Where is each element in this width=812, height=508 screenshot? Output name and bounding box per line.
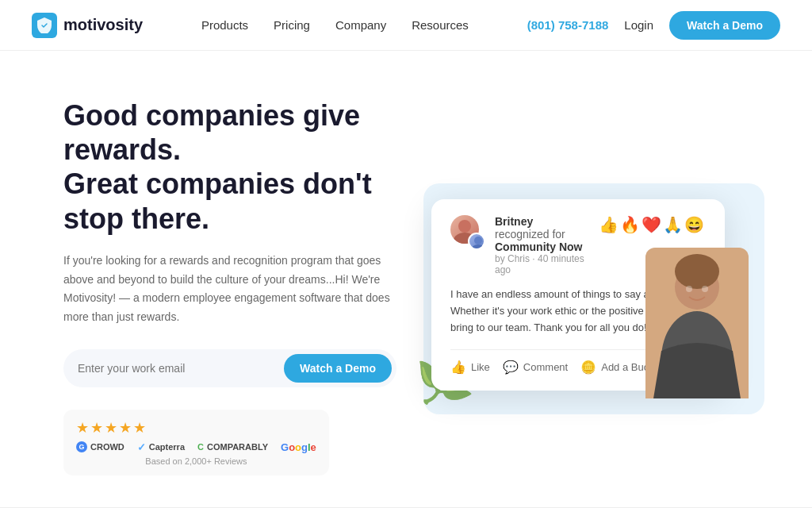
svg-point-0 — [458, 220, 471, 233]
ratings-section: ★★★★★ G CROWD ✓ Capterra C COMPARABLY Go… — [63, 410, 329, 475]
buck-icon: 🪙 — [580, 360, 596, 375]
g2crowd-logo: G CROWD — [76, 441, 124, 452]
g2-icon: G — [76, 441, 87, 452]
email-input[interactable] — [78, 362, 278, 375]
like-action[interactable]: 👍 Like — [450, 360, 490, 375]
nav-links: Products Pricing Company Resources — [201, 18, 469, 32]
comparably-logo: C COMPARABLY — [197, 442, 268, 452]
avatars — [450, 215, 485, 250]
logo-icon — [32, 13, 57, 38]
nav-right: (801) 758-7188 Login Watch a Demo — [527, 11, 780, 40]
phone-number[interactable]: (801) 758-7188 — [527, 18, 609, 32]
like-label: Like — [471, 361, 490, 373]
logo[interactable]: motivosity — [32, 13, 143, 38]
login-link[interactable]: Login — [624, 18, 653, 32]
card-by-line: by Chris · 40 minutes ago — [495, 253, 589, 275]
reviews-count: Based on 2,000+ Reviews — [76, 456, 316, 466]
card-meta: Britney recognized for Community Now by … — [495, 215, 589, 275]
comment-action[interactable]: 💬 Comment — [503, 360, 568, 375]
hero-section: Good companies give rewards. Great compa… — [0, 51, 812, 507]
comment-label: Comment — [523, 361, 568, 373]
add-buck-action[interactable]: 🪙 Add a Buck — [580, 360, 654, 375]
google-logo: Google — [281, 441, 316, 453]
watch-demo-button[interactable]: Watch a Demo — [669, 11, 780, 40]
svg-point-2 — [474, 237, 482, 244]
google-icon: Google — [281, 441, 316, 453]
navbar: motivosity Products Pricing Company Reso… — [0, 0, 812, 51]
capterra-logo: ✓ Capterra — [137, 441, 185, 453]
cta-watch-demo-button[interactable]: Watch a Demo — [284, 354, 392, 383]
nav-resources[interactable]: Resources — [412, 18, 469, 32]
hero-title: Good companies give rewards. Great compa… — [63, 98, 396, 236]
svg-point-9 — [702, 286, 708, 292]
star-rating: ★★★★★ — [76, 419, 316, 437]
hero-right: Britney recognized for Community Now by … — [408, 183, 749, 390]
rating-logos: G CROWD ✓ Capterra C COMPARABLY Google — [76, 441, 316, 453]
capterra-checkmark-icon: ✓ — [137, 441, 146, 453]
like-icon: 👍 — [450, 360, 466, 375]
secondary-avatar — [468, 233, 485, 250]
comparably-icon: C — [197, 442, 204, 452]
svg-point-3 — [471, 244, 485, 250]
nav-products[interactable]: Products — [201, 18, 248, 32]
svg-point-8 — [686, 286, 692, 292]
hero-description: If you're looking for a rewards and reco… — [63, 252, 396, 327]
card-name-line: Britney recognized for Community Now — [495, 215, 589, 253]
svg-point-7 — [675, 254, 719, 289]
logo-text: motivosity — [63, 16, 143, 34]
comment-icon: 💬 — [503, 360, 519, 375]
email-form: Watch a Demo — [63, 349, 396, 387]
nav-company[interactable]: Company — [335, 18, 386, 32]
nav-pricing[interactable]: Pricing — [274, 18, 310, 32]
reaction-emojis: 👍🔥❤️🙏😄 — [599, 215, 706, 234]
hero-left: Good companies give rewards. Great compa… — [63, 98, 396, 475]
